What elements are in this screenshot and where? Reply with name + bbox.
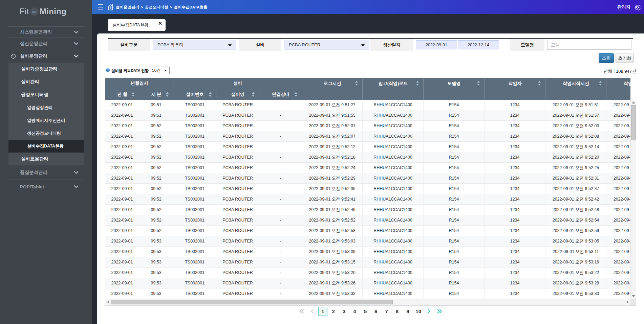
table-row[interactable]: 2022-09-0109:52TS002001PCBA ROUTER-2022-…	[105, 131, 630, 142]
page-number-9[interactable]: 9	[403, 307, 412, 316]
sidebar-subitem-label: 설비기준정보관리	[21, 66, 58, 72]
sidebar-subitem[interactable]: 생산공정모니터링	[8, 127, 84, 140]
table-row[interactable]: 2022-09-0109:52TS002001PCBA ROUTER-2022-…	[105, 121, 630, 131]
table-row[interactable]: 2022-09-0109:52TS002001PCBA ROUTER-2022-…	[105, 173, 630, 184]
sidebar-item-system-mgmt[interactable]: 시스템운영관리	[0, 26, 92, 38]
sort-icon[interactable]	[166, 92, 169, 97]
sidebar-subitem[interactable]: 알람설정관리	[8, 101, 84, 114]
sidebar-item-equipment-mgmt[interactable]: 설비운영관리	[0, 50, 92, 63]
grid-column-header[interactable]: 입고(작업)로트	[363, 78, 424, 100]
last-page-icon[interactable]	[435, 307, 444, 316]
sort-icon[interactable]	[209, 92, 212, 97]
sidebar-subitem[interactable]: 설비수집DATA현황	[8, 140, 84, 153]
table-row[interactable]: 2022-09-0109:51TS002001PCBA ROUTER-2022-…	[105, 100, 630, 110]
grid-column-header[interactable]: 년 월	[105, 89, 139, 100]
equipment-select[interactable]: PCBA ROUTER	[284, 40, 369, 50]
user-name[interactable]: 관리자	[617, 4, 630, 10]
table-row[interactable]: 2022-09-0109:53TS002001PCBA ROUTER-2022-…	[105, 278, 630, 288]
table-row[interactable]: 2022-09-0109:52TS002001PCBA ROUTER-2022-…	[105, 215, 630, 226]
table-cell: 09:52	[139, 173, 173, 183]
grid-column-header[interactable]: 연결상태	[259, 89, 302, 100]
sort-icon[interactable]	[599, 81, 602, 86]
page-number-6[interactable]: 6	[371, 307, 381, 316]
horizontal-scroll-thumb[interactable]	[111, 300, 393, 304]
breadcrumb-item[interactable]: 공정모니터링	[145, 5, 168, 10]
sidebar-item-quality-mgmt[interactable]: 품질분석관리	[0, 165, 92, 180]
page-number-7[interactable]: 7	[382, 307, 391, 316]
table-row[interactable]: 2022-09-0109:53TS002001PCBA ROUTER-2022-…	[105, 257, 630, 268]
table-cell: PCBA ROUTER	[216, 142, 259, 152]
search-button[interactable]: 조회	[599, 53, 614, 63]
prev-page-icon[interactable]	[307, 307, 317, 316]
scroll-up-icon[interactable]	[631, 100, 636, 105]
vertical-scrollbar[interactable]	[630, 100, 636, 299]
sidebar-subitem[interactable]: 공정모니터링	[8, 88, 84, 101]
grid-column-header[interactable]: 모델명	[424, 78, 485, 100]
table-row[interactable]: 2022-09-0109:52TS002001PCBA ROUTER-2022-…	[105, 152, 630, 163]
sidebar-subitem[interactable]: 설비관리	[8, 75, 84, 88]
sort-icon[interactable]	[416, 81, 419, 86]
table-cell: -	[259, 100, 302, 110]
page-number-8[interactable]: 8	[392, 307, 402, 316]
sidebar-subitem[interactable]: 설비효율관리	[8, 153, 84, 165]
table-row[interactable]: 2022-09-0109:53TS002001PCBA ROUTER-2022-…	[105, 268, 630, 278]
grid-column-header[interactable]: 설비명	[216, 89, 259, 100]
table-row[interactable]: 2022-09-0109:51TS002001PCBA ROUTER-2022-…	[105, 110, 630, 121]
equipment-type-select[interactable]: PCBA 라우터	[153, 40, 236, 50]
table-row[interactable]: 2022-09-0109:53TS002001PCBA ROUTER-2022-…	[105, 247, 630, 257]
sort-icon[interactable]	[355, 81, 358, 86]
scroll-right-icon[interactable]	[625, 299, 630, 305]
prod-date-from-input[interactable]: 2022-09-01	[416, 40, 457, 49]
table-row[interactable]: 2022-09-0109:52TS002001PCBA ROUTER-2022-…	[105, 163, 630, 173]
grid-column-header[interactable]: 작업종료시간	[606, 78, 630, 100]
next-page-icon[interactable]	[425, 307, 434, 316]
scroll-left-icon[interactable]	[105, 299, 111, 305]
reset-button[interactable]: 초기화	[616, 53, 634, 63]
grid-column-header[interactable]: 작업시작시간	[545, 78, 606, 100]
first-page-icon[interactable]	[297, 307, 306, 316]
page-number-3[interactable]: 3	[340, 307, 349, 316]
breadcrumb-item[interactable]: 설비운영관리	[116, 5, 139, 10]
sidebar-subitem[interactable]: 알람메시지수신관리	[8, 114, 84, 127]
menu-toggle-icon[interactable]	[98, 4, 103, 9]
table-row[interactable]: 2022-09-0109:52TS002001PCBA ROUTER-2022-…	[105, 226, 630, 236]
table-row[interactable]: 2022-09-0109:53TS002001PCBA ROUTER-2022-…	[105, 236, 630, 247]
model-input[interactable]: 모델	[547, 40, 631, 50]
table-row[interactable]: 2022-09-0109:52TS002001PCBA ROUTER-2022-…	[105, 194, 630, 205]
page-number-10[interactable]: 10	[414, 307, 423, 316]
close-icon[interactable]: ✕	[158, 21, 162, 26]
table-cell: 1234	[485, 121, 545, 131]
page-size-select[interactable]: 50건	[149, 67, 170, 74]
grid-column-header[interactable]: 로그시간	[302, 78, 363, 100]
page-number-2[interactable]: 2	[329, 307, 338, 316]
table-cell: 2022-09-01 오전 9:53:33	[545, 288, 606, 299]
page-number-5[interactable]: 5	[361, 307, 370, 316]
table-row[interactable]: 2022-09-0109:52TS002001PCBA ROUTER-2022-…	[105, 205, 630, 215]
sort-icon[interactable]	[477, 81, 480, 86]
grid-column-header[interactable]: 시 분	[139, 89, 173, 100]
tab-equipment-data[interactable]: 설비수집DATA현황 ✕	[108, 19, 166, 31]
grid-column-header[interactable]: 작업자	[485, 78, 545, 100]
vertical-scroll-thumb[interactable]	[631, 105, 636, 140]
prod-date-to-input[interactable]: 2022-12-14	[458, 40, 499, 49]
sidebar-subitem[interactable]: 설비기준정보관리	[8, 63, 84, 75]
page-number-4[interactable]: 4	[350, 307, 359, 316]
breadcrumb-item[interactable]: 설비수집DATA현황	[174, 5, 207, 10]
table-row[interactable]: 2022-09-0109:52TS002001PCBA ROUTER-2022-…	[105, 184, 630, 194]
table-cell: 1234	[485, 142, 545, 152]
table-row[interactable]: 2022-09-0109:52TS002001PCBA ROUTER-2022-…	[105, 142, 630, 152]
table-row[interactable]: 2022-09-0109:53TS002001PCBA ROUTER-2022-…	[105, 288, 630, 299]
sort-icon[interactable]	[252, 92, 255, 97]
horizontal-scrollbar[interactable]	[105, 299, 630, 305]
table-cell: PCBA ROUTER	[216, 152, 259, 162]
grid-column-header[interactable]: 설비번호	[173, 89, 216, 100]
sidebar-item-production-mgmt[interactable]: 생산운영관리	[0, 38, 92, 50]
sidebar-item-pop-tablet[interactable]: POP/Tablet	[0, 180, 92, 194]
scroll-down-icon[interactable]	[631, 294, 636, 299]
home-icon[interactable]	[107, 4, 114, 11]
page-number-1[interactable]: 1	[318, 307, 327, 316]
sort-icon[interactable]	[132, 92, 135, 97]
sort-icon[interactable]	[295, 92, 298, 97]
sort-icon[interactable]	[538, 81, 541, 86]
gear-icon[interactable]	[634, 4, 641, 11]
